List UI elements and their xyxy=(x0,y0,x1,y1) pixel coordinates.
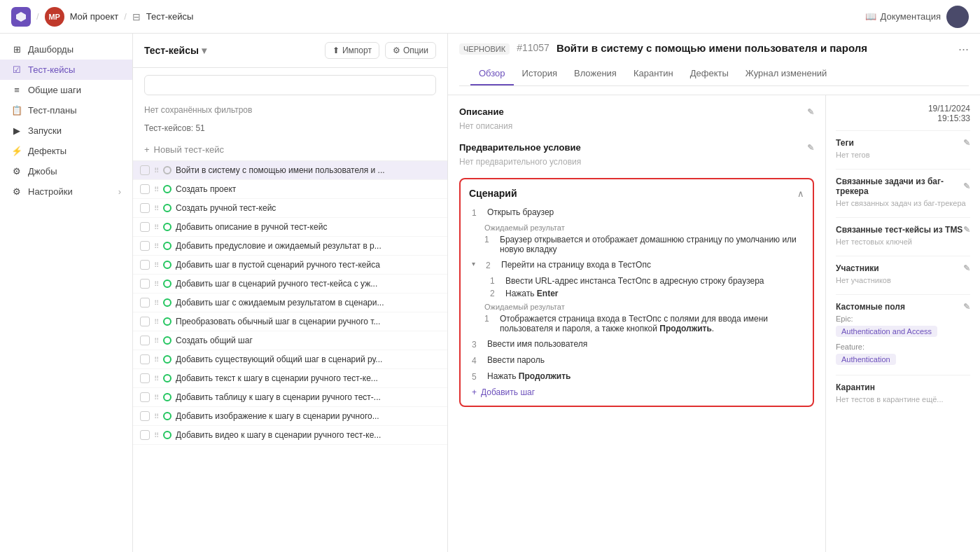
tab-attachments[interactable]: Вложения xyxy=(566,62,625,85)
project-avatar: МР xyxy=(45,7,64,27)
step-text: Ввести имя пользователя xyxy=(487,339,587,349)
list-item[interactable]: ⠿ Создать проект xyxy=(133,180,447,199)
epic-chip[interactable]: Authentication and Access xyxy=(836,326,937,337)
test-count: Тест-кейсов: 51 xyxy=(133,120,447,139)
linked-bugs-edit-icon[interactable]: ✎ xyxy=(963,181,970,191)
list-item[interactable]: ⠿ Добавить текст к шагу в сценарии ручно… xyxy=(133,369,447,388)
step-expand-icon[interactable]: ▾ xyxy=(472,260,480,268)
sidebar-label-test-plans: Тест-планы xyxy=(28,105,77,116)
participants-edit-icon[interactable]: ✎ xyxy=(963,263,970,273)
meta-date: 19/11/2024 xyxy=(836,104,970,113)
sidebar-item-dashboards[interactable]: ⊞ Дашборды xyxy=(0,39,132,60)
step-num: 2 xyxy=(486,261,496,270)
item-text: Добавить видео к шагу в сценарии ручного… xyxy=(176,430,440,440)
options-button[interactable]: ⚙ Опции xyxy=(385,42,436,59)
item-checkbox[interactable] xyxy=(140,336,150,345)
project-name[interactable]: Мой проект xyxy=(70,11,119,22)
tags-edit-icon[interactable]: ✎ xyxy=(963,138,970,148)
sidebar-item-runs[interactable]: ▶ Запуски xyxy=(0,120,132,141)
list-item[interactable]: ⠿ Преобразовать обычный шаг в сценарии р… xyxy=(133,312,447,331)
tab-quarantine[interactable]: Карантин xyxy=(625,62,682,85)
sidebar-item-jobs[interactable]: ⚙ Джобы xyxy=(0,161,132,181)
list-item[interactable]: ⠿ Добавить таблицу к шагу в сценарии руч… xyxy=(133,388,447,407)
scenario-box: Сценарий ∧ 1 Открыть браузер Ожидаемый р… xyxy=(459,178,814,407)
sidebar-item-settings[interactable]: ⚙ Настройки › xyxy=(0,181,132,202)
sidebar-item-test-cases[interactable]: ☑ Тест-кейсы xyxy=(0,60,132,80)
item-checkbox[interactable] xyxy=(140,298,150,308)
feature-chip[interactable]: Authentication xyxy=(836,354,896,365)
quarantine-label: Карантин xyxy=(836,382,970,392)
item-checkbox[interactable] xyxy=(140,317,150,326)
linked-tests-edit-icon[interactable]: ✎ xyxy=(963,225,970,235)
item-checkbox[interactable] xyxy=(140,184,150,194)
topbar-separator-1: / xyxy=(36,11,39,22)
page-name[interactable]: Тест-кейсы xyxy=(146,11,193,22)
tab-overview[interactable]: Обзор xyxy=(470,62,514,85)
detail-title-row: ЧЕРНОВИК #11057 Войти в систему с помощь… xyxy=(459,42,969,57)
item-checkbox[interactable] xyxy=(140,165,150,175)
custom-fields-label: Кастомные поля ✎ xyxy=(836,302,970,312)
list-item[interactable]: ⠿ Добавить существующий общий шаг в сцен… xyxy=(133,350,447,369)
detail-panel: ЧЕРНОВИК #11057 Войти в систему с помощь… xyxy=(448,34,980,552)
list-item[interactable]: ⠿ Добавить шаг в пустой сценарий ручного… xyxy=(133,256,447,275)
precondition-edit-icon[interactable]: ✎ xyxy=(807,143,814,153)
item-checkbox[interactable] xyxy=(140,354,150,364)
more-options-button[interactable]: ··· xyxy=(958,42,969,57)
add-step-button[interactable]: + Добавить шаг xyxy=(469,387,804,397)
tab-changelog[interactable]: Журнал изменений xyxy=(737,62,836,85)
item-checkbox[interactable] xyxy=(140,392,150,402)
status-circle xyxy=(163,317,172,326)
topbar-separator-2: / xyxy=(124,11,127,22)
drag-icon: ⠿ xyxy=(154,337,159,345)
import-button[interactable]: ⬆ Импорт xyxy=(325,42,379,59)
list-item[interactable]: ⠿ Добавить видео к шагу в сценарии ручно… xyxy=(133,426,447,445)
drag-icon: ⠿ xyxy=(154,356,159,364)
add-test-button[interactable]: + Новый тест-кейс xyxy=(133,139,447,161)
scenario-collapse-button[interactable]: ∧ xyxy=(797,188,804,199)
list-item[interactable]: ⠿ Создать ручной тест-кейс xyxy=(133,199,447,218)
documentation-link[interactable]: 📖 Документация xyxy=(865,11,941,22)
tab-defects[interactable]: Дефекты xyxy=(682,62,737,85)
item-text: Преобразовать обычный шаг в сценарии руч… xyxy=(176,317,440,326)
list-item[interactable]: ⠿ Добавить шаг с ожидаемым результатом в… xyxy=(133,294,447,312)
sidebar-label-jobs: Джобы xyxy=(28,166,57,177)
custom-fields-edit-icon[interactable]: ✎ xyxy=(963,302,970,312)
item-checkbox[interactable] xyxy=(140,222,150,232)
settings-icon: ⚙ xyxy=(11,186,22,197)
item-checkbox[interactable] xyxy=(140,411,150,421)
sidebar-item-test-plans[interactable]: 📋 Тест-планы xyxy=(0,100,132,120)
item-checkbox[interactable] xyxy=(140,279,150,289)
list-item[interactable]: ⠿ Добавить описание в ручной тест-кейс xyxy=(133,218,447,237)
list-item[interactable]: ⠿ Добавить изображение к шагу в сценарии… xyxy=(133,407,447,426)
drag-icon: ⠿ xyxy=(154,242,159,250)
item-checkbox[interactable] xyxy=(140,241,150,251)
drag-icon: ⠿ xyxy=(154,299,159,307)
participants-empty: Нет участников xyxy=(836,276,970,284)
item-text: Добавить шаг в сценарий ручного тест-кей… xyxy=(176,279,440,289)
drag-icon: ⠿ xyxy=(154,394,159,401)
user-avatar[interactable] xyxy=(946,6,969,28)
sidebar-item-defects[interactable]: ⚡ Дефекты xyxy=(0,141,132,161)
item-checkbox[interactable] xyxy=(140,203,150,213)
list-item[interactable]: ⠿ Добавить шаг в сценарий ручного тест-к… xyxy=(133,275,447,294)
status-circle xyxy=(163,298,172,307)
sidebar-item-shared-steps[interactable]: ≡ Общие шаги xyxy=(0,80,132,100)
status-circle xyxy=(163,374,172,382)
app-logo[interactable] xyxy=(11,7,31,27)
item-checkbox[interactable] xyxy=(140,373,150,383)
item-checkbox[interactable] xyxy=(140,430,150,440)
svg-marker-0 xyxy=(16,12,26,22)
precondition-section: Предварительное условие ✎ Нет предварите… xyxy=(459,142,814,167)
runs-icon: ▶ xyxy=(11,125,22,136)
list-item[interactable]: ⠿ Добавить предусловие и ожидаемый резул… xyxy=(133,237,447,256)
test-list-panel: Тест-кейсы ▾ ⬆ Импорт ⚙ Опции xyxy=(133,34,448,552)
sidebar-label-defects: Дефекты xyxy=(28,146,66,156)
item-checkbox[interactable] xyxy=(140,260,150,270)
search-input[interactable] xyxy=(144,75,436,95)
list-item[interactable]: ⠿ Войти в систему с помощью имени пользо… xyxy=(133,161,447,180)
tab-history[interactable]: История xyxy=(514,62,566,85)
expected-label: Ожидаемый результат xyxy=(484,223,804,232)
test-list-title-dropdown[interactable]: Тест-кейсы ▾ xyxy=(144,45,206,56)
description-edit-icon[interactable]: ✎ xyxy=(807,107,814,117)
list-item[interactable]: ⠿ Создать общий шаг xyxy=(133,331,447,350)
